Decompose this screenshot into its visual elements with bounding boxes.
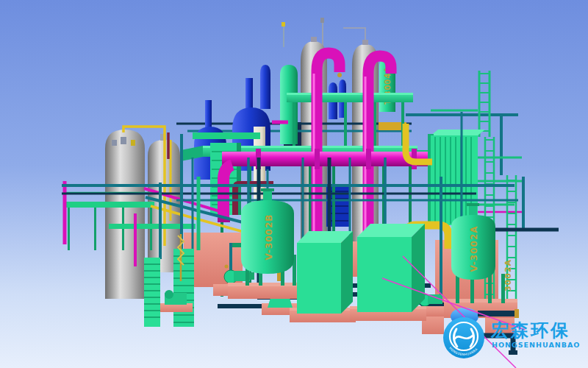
vessel-v3002b-label: V-3002B: [264, 214, 274, 261]
storage-tanks-left[interactable]: [105, 127, 180, 299]
foundation-label-3002a: 3002A: [503, 259, 513, 291]
vessel-v3002a-label: V-3002A: [469, 225, 479, 272]
cad-viewport-3d[interactable]: T-3004A: [0, 0, 588, 368]
green-tanks[interactable]: [290, 224, 426, 322]
logo-text-en: HONGSENHUANBAO: [492, 341, 580, 349]
logo-text-cn: 宏森环保: [490, 320, 570, 341]
plant-3d-model[interactable]: T-3004A: [0, 0, 588, 368]
storage-tank-1: [105, 130, 145, 299]
plate-heat-exchanger-right[interactable]: [428, 71, 490, 227]
